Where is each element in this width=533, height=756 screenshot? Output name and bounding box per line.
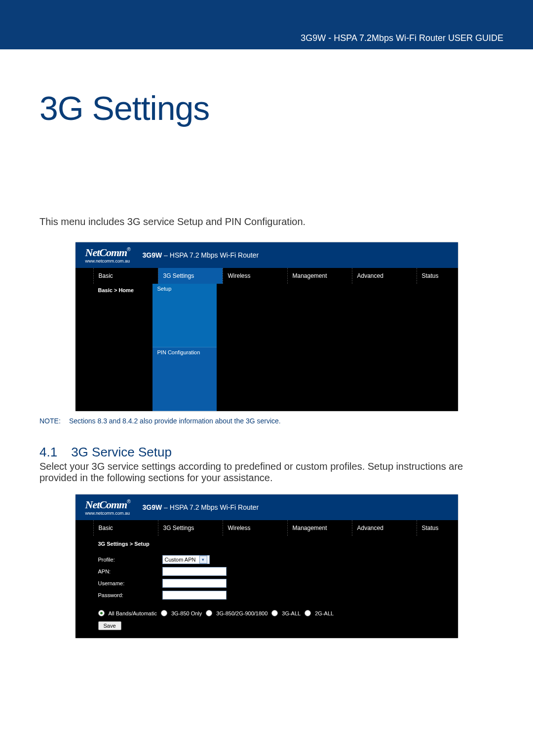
nav2-3g-settings[interactable]: 3G Settings: [158, 520, 223, 536]
breadcrumb-row-1: Basic > Home Setup PIN Configuration: [76, 284, 458, 411]
radio-2g-all[interactable]: [305, 610, 311, 616]
nav-basic[interactable]: Basic: [93, 268, 158, 284]
nav-row-2: Basic 3G Settings Wireless Management Ad…: [76, 520, 458, 536]
row-username: Username:: [98, 577, 458, 589]
input-apn[interactable]: [162, 567, 227, 576]
band-radio-group: All Bands/Automatic 3G-850 Only 3G-850/2…: [98, 610, 458, 616]
router-dash-2: –: [162, 503, 170, 511]
nav-wireless[interactable]: Wireless: [223, 268, 287, 284]
section-heading: 4.13G Service Setup: [39, 445, 494, 460]
nav-spacer: [76, 268, 93, 284]
radio-3g850-2g[interactable]: [206, 610, 212, 616]
radio-3g-850[interactable]: [161, 610, 167, 616]
label-profile: Profile:: [98, 557, 162, 563]
router-model-2: 3G9W: [143, 503, 162, 511]
router-model-label-2: 3G9W – HSPA 7.2 Mbps Wi-Fi Router: [143, 503, 259, 511]
save-button[interactable]: Save: [98, 621, 121, 630]
row-password: Password:: [98, 589, 458, 601]
section-body: Select your 3G service settings accordin…: [39, 461, 494, 484]
label-username: Username:: [98, 580, 162, 586]
radio-label-3g850-2g: 3G-850/2G-900/1800: [216, 610, 267, 616]
row-apn: APN:: [98, 566, 458, 577]
radio-dot-icon: [100, 612, 103, 614]
netcomm-logo-2: NetComm® www.netcomm.com.au: [85, 499, 131, 516]
submenu-setup[interactable]: Setup: [152, 284, 217, 347]
nav2-wireless[interactable]: Wireless: [223, 520, 287, 536]
nav-management[interactable]: Management: [287, 268, 352, 284]
logo-url-2: www.netcomm.com.au: [85, 511, 131, 516]
logo-reg-mark: ®: [127, 247, 130, 252]
document-title: 3G9W - HSPA 7.2Mbps Wi-Fi Router USER GU…: [301, 33, 503, 43]
radio-label-3g-all: 3G-ALL: [282, 610, 301, 616]
nav-advanced[interactable]: Advanced: [352, 268, 417, 284]
section-number: 4.1: [39, 445, 57, 459]
radio-3g-all[interactable]: [271, 610, 278, 616]
nav-3g-settings[interactable]: 3G Settings: [158, 268, 223, 284]
router-model: 3G9W: [143, 251, 162, 259]
router-header: NetComm® www.netcomm.com.au 3G9W – HSPA …: [76, 242, 458, 268]
note-text: Sections 8.3 and 8.4.2 also provide info…: [69, 417, 281, 425]
top-blue-band: 3G9W - HSPA 7.2Mbps Wi-Fi Router USER GU…: [0, 0, 533, 49]
row-profile: Profile: Custom APN ▾: [98, 554, 458, 566]
radio-all-bands[interactable]: [98, 610, 105, 616]
nav2-status[interactable]: Status: [417, 520, 481, 536]
breadcrumb-basic-home: Basic > Home: [76, 284, 152, 411]
radio-label-all-bands: All Bands/Automatic: [109, 610, 157, 616]
logo-brand: NetComm: [85, 246, 127, 259]
input-password[interactable]: [162, 591, 227, 600]
label-apn: APN:: [98, 568, 162, 574]
note-label: NOTE:: [39, 417, 67, 425]
note-line: NOTE: Sections 8.3 and 8.4.2 also provid…: [39, 417, 494, 425]
select-profile[interactable]: Custom APN ▾: [162, 555, 210, 564]
submenu-pin-configuration[interactable]: PIN Configuration: [152, 347, 217, 411]
nav2-basic[interactable]: Basic: [93, 520, 158, 536]
breadcrumb-3g-setup: 3G Settings > Setup: [98, 541, 458, 547]
logo-url: www.netcomm.com.au: [85, 259, 131, 264]
nav-spacer-2: [76, 520, 93, 536]
screenshot-1: NetComm® www.netcomm.com.au 3G9W – HSPA …: [76, 242, 458, 411]
chapter-title: 3G Settings: [39, 89, 494, 127]
label-password: Password:: [98, 592, 162, 598]
input-username[interactable]: [162, 579, 227, 588]
radio-label-2g-all: 2G-ALL: [315, 610, 334, 616]
nav2-management[interactable]: Management: [287, 520, 352, 536]
section-title: 3G Service Setup: [71, 445, 172, 459]
router-desc-2: HSPA 7.2 Mbps Wi-Fi Router: [170, 503, 259, 511]
router-dash: –: [162, 251, 170, 259]
router-model-label: 3G9W – HSPA 7.2 Mbps Wi-Fi Router: [143, 251, 259, 259]
logo-brand-2: NetComm: [85, 498, 127, 511]
nav-status[interactable]: Status: [417, 268, 481, 284]
select-profile-value: Custom APN: [165, 557, 196, 563]
nav2-advanced[interactable]: Advanced: [352, 520, 417, 536]
setup-form-body: 3G Settings > Setup Profile: Custom APN …: [76, 536, 458, 638]
intro-text: This menu includes 3G service Setup and …: [39, 216, 494, 227]
screenshot-2: NetComm® www.netcomm.com.au 3G9W – HSPA …: [76, 494, 458, 638]
netcomm-logo: NetComm® www.netcomm.com.au: [85, 247, 131, 264]
radio-label-3g-850: 3G-850 Only: [171, 610, 202, 616]
router-desc: HSPA 7.2 Mbps Wi-Fi Router: [170, 251, 259, 259]
nav-row: Basic 3G Settings Wireless Management Ad…: [76, 268, 458, 284]
page-content: 3G Settings This menu includes 3G servic…: [0, 49, 533, 756]
logo-reg-mark-2: ®: [127, 499, 130, 504]
chevron-down-icon: ▾: [199, 556, 207, 564]
router-header-2: NetComm® www.netcomm.com.au 3G9W – HSPA …: [76, 494, 458, 520]
